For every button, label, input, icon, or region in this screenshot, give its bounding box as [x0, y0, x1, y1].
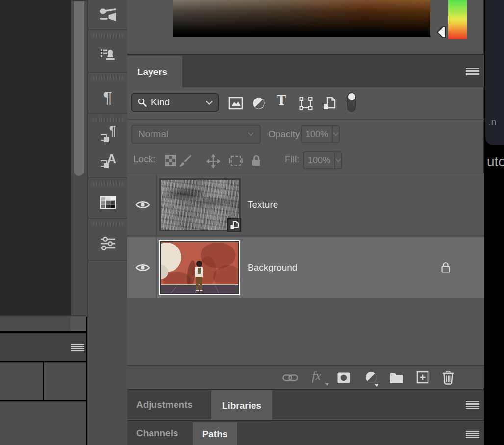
lock-image-pixels-icon[interactable] — [179, 154, 192, 167]
eye-icon[interactable] — [135, 200, 150, 210]
scrollbar-thumb[interactable] — [74, 1, 84, 176]
blend-mode-dropdown[interactable]: Normal — [131, 125, 261, 144]
layer-name[interactable]: Texture — [248, 199, 278, 210]
document-canvas — [0, 0, 71, 315]
filter-type-layers-icon[interactable]: T — [277, 94, 286, 107]
paragraph-glyph: ¶ — [103, 89, 112, 105]
opacity-value-box[interactable]: 100% — [301, 125, 340, 143]
brush-settings-panel-icon[interactable] — [88, 0, 127, 29]
tab-paths[interactable]: Paths — [193, 422, 237, 445]
layer-name[interactable]: Background — [248, 262, 297, 273]
dock-group — [88, 219, 127, 261]
libraries-panel-menu-icon[interactable] — [466, 401, 479, 409]
layer-effects-icon[interactable]: fx — [312, 370, 321, 383]
layer-actions-bar: fx — [127, 365, 484, 388]
paragraph-styles-panel-icon[interactable]: ¶ — [88, 122, 127, 148]
chevron-down-icon — [248, 132, 254, 136]
chevron-down-icon — [206, 100, 213, 105]
left-panel-menu-icon[interactable] — [71, 344, 84, 351]
left-panel-cell[interactable] — [44, 362, 86, 400]
lock-artboard-nesting-icon[interactable] — [229, 154, 243, 167]
dock-gripper[interactable] — [93, 117, 123, 121]
new-adjustment-layer-icon[interactable] — [364, 371, 378, 385]
kind-dropdown-value: Kind — [151, 97, 202, 108]
properties-panel-icon[interactable] — [88, 227, 127, 260]
lock-position-icon[interactable] — [206, 154, 220, 168]
dock-group — [88, 0, 127, 30]
paths-tab-label: Paths — [202, 429, 228, 440]
chevron-down-icon[interactable] — [332, 126, 339, 142]
filter-shape-layers-icon[interactable] — [299, 97, 313, 110]
clone-source-panel-icon[interactable] — [88, 39, 127, 72]
overlay-text-fragment: utor — [487, 154, 504, 170]
filter-pixel-layers-icon[interactable] — [228, 97, 243, 110]
opacity-label: Opacity: — [268, 129, 302, 140]
tab-layers[interactable]: Layers — [127, 56, 182, 88]
chevron-down-icon[interactable] — [334, 152, 341, 168]
fx-label: fx — [312, 369, 321, 383]
filter-adjustment-layers-icon[interactable] — [252, 97, 266, 110]
link-layers-icon[interactable] — [282, 374, 298, 382]
left-panel-cell[interactable] — [0, 362, 43, 400]
layers-panel-group: Layers Kind T — [127, 0, 484, 445]
document-status-bar — [0, 315, 86, 331]
new-layer-icon[interactable] — [416, 371, 429, 384]
opacity-value: 100% — [302, 126, 332, 142]
chevron-down-icon — [325, 383, 329, 386]
lock-label: Lock: — [133, 154, 155, 165]
paragraph-panel-icon[interactable]: ¶ — [88, 81, 127, 113]
smart-object-badge — [227, 218, 241, 232]
dock-group: ¶ — [88, 73, 127, 114]
dock-gripper[interactable] — [93, 222, 123, 226]
lock-transparent-pixels-icon[interactable] — [164, 154, 176, 167]
lock-all-icon[interactable] — [251, 154, 262, 167]
left-panel-cell[interactable] — [0, 401, 86, 445]
delete-layer-icon[interactable] — [442, 371, 454, 385]
dock-gripper[interactable] — [93, 34, 123, 38]
layers-tab-label: Layers — [137, 67, 167, 77]
paths-panel-menu-icon[interactable] — [466, 431, 479, 438]
fill-value: 100% — [304, 152, 334, 168]
libraries-tab-label: Libraries — [222, 400, 261, 411]
chevron-down-icon — [374, 384, 379, 387]
status-bar-corner — [70, 316, 86, 331]
fill-value-box[interactable]: 100% — [303, 151, 342, 169]
panel-icon-dock: ¶ ¶ A — [87, 0, 127, 445]
dock-gripper[interactable] — [93, 182, 123, 186]
filter-toggle[interactable] — [347, 92, 356, 112]
dock-group — [88, 178, 127, 219]
layer-thumbnail-texture[interactable] — [161, 180, 239, 230]
blend-mode-value: Normal — [138, 129, 168, 140]
lock-fill-row: Lock: Fill: 100% — [127, 148, 484, 173]
tab-adjustments[interactable]: Adjustments — [136, 399, 193, 410]
fill-label: Fill: — [285, 154, 300, 165]
character-styles-panel-icon[interactable]: A — [88, 148, 127, 178]
tab-channels[interactable]: Channels — [136, 428, 178, 439]
filter-kind-dropdown[interactable]: Kind — [131, 93, 219, 112]
layer-thumbnail-background[interactable] — [159, 240, 240, 295]
add-layer-mask-icon[interactable] — [337, 372, 350, 383]
vertical-scrollbar[interactable] — [71, 0, 87, 317]
character-styles-glyph: A — [100, 152, 116, 169]
hue-ramp[interactable] — [448, 0, 467, 39]
tab-libraries[interactable]: Libraries — [211, 390, 272, 421]
layer-row-background[interactable]: Background — [127, 237, 484, 298]
blend-opacity-row: Normal Opacity: 100% — [127, 121, 484, 148]
left-panel-header — [0, 333, 86, 361]
filter-smart-objects-icon[interactable] — [323, 97, 336, 110]
new-group-icon[interactable] — [389, 372, 403, 383]
layers-tabbar: Layers — [127, 54, 484, 87]
layer-locked-icon[interactable] — [440, 261, 451, 274]
layer-row-texture[interactable]: Texture — [127, 174, 484, 236]
adjustments-libraries-tabbar: Adjustments Libraries — [127, 389, 484, 419]
overlay-text-fragment: .n — [488, 117, 497, 128]
dock-group: ¶ A — [88, 114, 127, 178]
channels-paths-tabbar: Channels Paths — [127, 420, 484, 445]
right-overlay-strip: .n utor — [485, 0, 504, 445]
layers-panel-menu-icon[interactable] — [466, 68, 479, 75]
dock-gripper[interactable] — [93, 76, 123, 80]
eye-icon[interactable] — [135, 263, 150, 272]
swatches-panel-icon[interactable] — [88, 187, 127, 218]
hue-slider-arrow[interactable] — [436, 26, 447, 39]
color-picker-field[interactable] — [173, 0, 430, 37]
